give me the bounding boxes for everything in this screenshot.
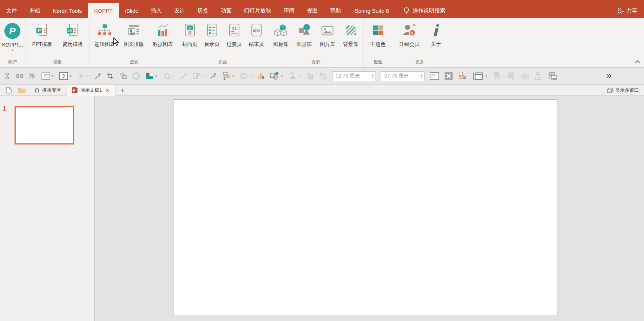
share-button[interactable]: 共享	[610, 3, 644, 18]
rotate-flip-button[interactable]: ▼	[288, 72, 301, 80]
theme-color-button[interactable]: 主题色	[365, 22, 391, 48]
height-spinner[interactable]: ▲▼	[420, 74, 424, 79]
bucket-fill-caret[interactable]: ▼	[172, 75, 175, 78]
align-middle-button[interactable]	[534, 72, 542, 80]
data-chart-button[interactable]: 数据图表	[148, 22, 178, 48]
bring-forward-button[interactable]	[306, 72, 314, 80]
menu-tab-view[interactable]: 视图	[301, 3, 324, 18]
shape-library-button[interactable]: 图形库	[293, 22, 316, 48]
oval-shape-button[interactable]	[132, 72, 140, 80]
resize-shape-caret[interactable]: ▼	[485, 75, 488, 78]
home-icon	[34, 87, 40, 93]
menu-tab-transitions[interactable]: 切换	[191, 3, 214, 18]
merge-shapes-button[interactable]: ▼	[239, 72, 252, 80]
eyedropper-button[interactable]	[94, 72, 102, 80]
menu-tab-home[interactable]: 开始	[23, 3, 47, 18]
merge-shapes-caret[interactable]: ▼	[249, 75, 252, 78]
add-tab-button[interactable]: +	[116, 87, 130, 94]
about-button[interactable]: 关于	[425, 22, 446, 48]
collapse-ribbon-button[interactable]	[635, 59, 640, 65]
group-label-templates: 模板	[25, 58, 90, 67]
ppt-template-button[interactable]: P PPT模板	[27, 22, 57, 48]
distribute-center-button[interactable]	[520, 72, 529, 80]
move-left-button[interactable]	[493, 72, 501, 80]
bucket-fill-button[interactable]: ▼	[163, 72, 175, 80]
send-backward-button[interactable]	[319, 72, 327, 80]
arrange-objects-button[interactable]: ▼	[222, 72, 235, 80]
rotate-picture-button[interactable]	[119, 72, 127, 80]
tell-me-search[interactable]: 操作说明搜索	[398, 3, 450, 18]
outline-eyedropper-button[interactable]	[180, 72, 187, 80]
menu-tab-design[interactable]: 设计	[168, 3, 191, 18]
insert-chart-button[interactable]	[257, 72, 265, 80]
font-color-caret[interactable]: ▼	[86, 75, 89, 78]
slide-editing-surface[interactable]	[174, 99, 557, 316]
cover-page-button[interactable]: 封 面 封面页	[179, 22, 201, 48]
menu-tab-file[interactable]: 文件	[0, 3, 23, 18]
menu-tab-insert[interactable]: 插入	[144, 3, 168, 18]
notes-button[interactable]	[430, 72, 439, 80]
upgrade-member-button[interactable]: v 升级会员	[393, 22, 425, 48]
group-label-charts: 图表	[90, 58, 178, 67]
account-dropdown-caret[interactable]: ▼	[11, 49, 14, 52]
text-style-caret[interactable]: ▼	[51, 75, 54, 78]
edit-shape-caret[interactable]: ▼	[202, 75, 204, 78]
distribute-vertical-button[interactable]	[4, 72, 11, 80]
new-file-button[interactable]	[3, 87, 15, 94]
menu-tab-koppt[interactable]: KOPPT	[88, 3, 119, 18]
width-spinner[interactable]: ▲▼	[371, 74, 375, 79]
menu-tab-review[interactable]: 审阅	[277, 3, 301, 18]
vertical-textbox-button[interactable]: 文 ▼	[59, 72, 72, 80]
show-multi-window-button[interactable]: 显示多窗口	[607, 87, 644, 94]
edit-shape-button[interactable]: ▼	[192, 72, 204, 80]
shape-height-input[interactable]: 27.73 厘米 ▲▼	[381, 71, 425, 81]
ppt-template-label: PPT模板	[32, 41, 52, 48]
menu-tab-animations[interactable]: 动画	[214, 3, 238, 18]
koppt-account-button[interactable]: P KOPPT... ▼	[2, 22, 23, 52]
combine-shapes-caret[interactable]: ▼	[280, 75, 283, 78]
image-text-layout-button[interactable]: 图文排版	[119, 22, 148, 48]
slide-thumbnail-panel: 1	[0, 96, 95, 321]
ppt-file-icon: P	[72, 87, 78, 93]
close-tab-icon[interactable]: ✕	[104, 87, 110, 93]
combine-shapes-button[interactable]: ▼	[270, 72, 283, 80]
toc-page-button[interactable]: 目录页	[201, 22, 223, 48]
image-library-button[interactable]: 图片库	[316, 22, 339, 48]
tab-presentation1[interactable]: P 演示文稿1 ✕	[66, 85, 116, 96]
arrange-objects-caret[interactable]: ▼	[232, 75, 235, 78]
fill-color-button[interactable]: ▼	[145, 72, 158, 80]
open-folder-button[interactable]	[15, 87, 29, 93]
menu-tab-slideshow[interactable]: 幻灯片放映	[238, 3, 277, 18]
vertical-textbox-caret[interactable]: ▼	[69, 75, 72, 78]
delete-slide-button[interactable]	[444, 72, 453, 80]
shape-width-input[interactable]: 12.73 厘米 ▲▼	[332, 71, 376, 81]
format-eyedropper-button[interactable]	[210, 72, 217, 80]
icon-library-button[interactable]: 图标库	[269, 22, 293, 48]
replace-picture-button[interactable]	[547, 72, 557, 80]
move-right-button[interactable]	[506, 72, 515, 80]
background-library-button[interactable]: 背景库	[339, 22, 362, 48]
logic-chart-button[interactable]: 逻辑图表	[90, 22, 119, 48]
end-page-button[interactable]: END 结束页	[245, 22, 267, 48]
text-style-button[interactable]: A ▼	[41, 72, 54, 80]
resume-template-button[interactable]: CV 简历模板	[57, 22, 88, 48]
tab-template-zone[interactable]: 模板专区	[29, 85, 66, 96]
image-text-layout-label: 图文排版	[124, 41, 144, 48]
menu-tab-help[interactable]: 帮助	[324, 3, 347, 18]
slide-1-thumbnail[interactable]	[15, 106, 74, 144]
fill-color-caret[interactable]: ▼	[155, 75, 158, 78]
crop-button[interactable]	[107, 72, 114, 80]
menu-tab-islide[interactable]: iSlide	[119, 3, 145, 18]
transition-page-button[interactable]: 01 过渡页	[223, 22, 245, 48]
resize-shape-button[interactable]: ▼	[473, 72, 488, 80]
ribbon-group-charts: 逻辑图表 图文排版	[90, 18, 178, 67]
more-tools-button[interactable]	[606, 74, 612, 79]
rotate-flip-caret[interactable]: ▼	[298, 75, 301, 78]
theme-color-icon	[370, 23, 386, 39]
group-shapes-button[interactable]	[28, 72, 36, 80]
swap-position-button[interactable]	[458, 71, 468, 81]
distribute-horizontal-button[interactable]	[16, 72, 23, 80]
font-color-button[interactable]: A ▼	[77, 72, 89, 80]
menu-tab-ispring[interactable]: iSpring Suite 8	[347, 3, 395, 18]
menu-tab-nordri-tools[interactable]: Nordri Tools	[47, 3, 88, 18]
